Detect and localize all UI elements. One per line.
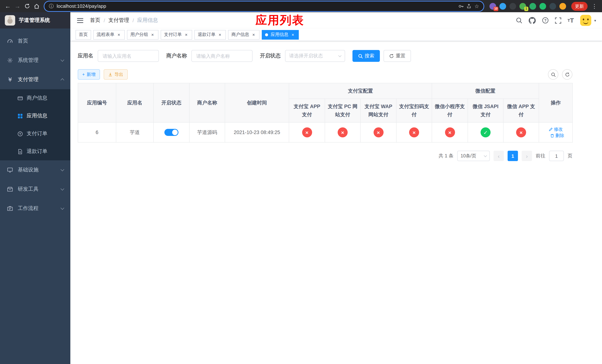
chevron-down-icon [338,54,342,57]
col-header-alipay-wap: 支付宝 WAP 网站支付 [360,99,396,122]
next-page-button[interactable]: › [522,151,532,161]
browser-menu-icon[interactable]: ⋮ [590,3,599,10]
cell-merchant: 芋道源码 [189,122,225,142]
chevron-down-icon [61,187,64,191]
tag-pay-order[interactable]: 支付订单× [161,30,192,39]
extension-icon[interactable] [539,3,546,10]
merchant-name-input[interactable] [191,50,252,62]
github-icon[interactable] [529,17,536,24]
active-tag-dot [265,33,268,36]
merchant-name-label: 商户名称 [166,53,187,59]
page-content: 应用名 商户名称 开启状态 请选择开启状态 搜索 重置 [70,41,602,364]
sidebar-item-payment[interactable]: ￥ 支付管理 [0,70,70,89]
chevron-up-icon [61,78,64,82]
user-menu-caret-icon[interactable]: ▾ [594,18,596,22]
sidebar-item-app-info[interactable]: 应用信息 [0,107,70,125]
reload-icon[interactable] [22,1,32,11]
chevron-down-icon [61,58,64,62]
extension-icon[interactable] [499,3,506,10]
tag-merchant-info[interactable]: 商户信息× [228,30,259,39]
cell-app-id: 6 [78,122,116,142]
extension-icon[interactable] [549,3,556,10]
tag-user-group[interactable]: 用户分组× [127,30,159,39]
reset-button[interactable]: 重置 [384,50,411,62]
page-size-select[interactable]: 10条/页 [457,151,490,161]
fullscreen-icon[interactable] [555,17,561,23]
help-icon[interactable]: ? [542,17,549,24]
app-logo-bar[interactable]: 芋道管理系统 [0,12,70,29]
app-logo [5,15,15,26]
status-select[interactable]: 请选择开启状态 [285,50,345,62]
sidebar-item-refund-order[interactable]: 退款订单 [0,143,70,160]
site-info-icon[interactable]: ⓘ [49,3,54,10]
sidebar-item-system[interactable]: 系统管理 [0,51,70,70]
cell-app-name: 芋道 [116,122,153,142]
delete-button[interactable]: 删除 [550,132,564,139]
bookmark-star-icon[interactable]: ☆ [474,3,479,9]
chevron-down-icon [61,206,64,210]
status-toggle[interactable] [164,129,178,136]
browser-update-button[interactable]: 更新 [571,2,588,11]
close-tag-icon[interactable]: × [150,32,155,37]
sidebar-item-merchant-info[interactable]: 商户信息 [0,89,70,107]
home-icon[interactable] [32,1,42,11]
col-header-app-name: 应用名 [116,83,153,122]
table-row: 6 芋道 芋道源码 2021-10-23 08:49:25 × × × × × [78,122,573,142]
search-icon[interactable] [516,17,522,24]
cell-status [153,122,189,142]
tag-home[interactable]: 首页 [75,30,91,39]
address-bar[interactable]: ⓘ localhost:1024/pay/app ☆ [44,1,484,11]
refresh-button[interactable] [562,69,572,80]
goto-page-input[interactable] [549,151,564,161]
breadcrumb-payment[interactable]: 支付管理 [108,17,129,24]
search-button[interactable]: 搜索 [353,50,380,62]
extension-icon[interactable] [559,3,566,10]
share-icon[interactable] [467,4,472,9]
app-name-input[interactable] [98,50,159,62]
chevron-down-icon [61,168,64,171]
sidebar-item-home[interactable]: 首页 [0,32,70,51]
tag-refund-order[interactable]: 退款订单× [194,30,226,39]
cell-actions: 修改 删除 [539,122,573,142]
add-button[interactable]: + 新增 [78,69,100,80]
filter-form: 应用名 商户名称 开启状态 请选择开启状态 搜索 重置 [78,50,595,62]
sidebar-toggle-icon[interactable] [76,16,84,24]
edit-button[interactable]: 修改 [549,126,563,132]
close-tag-icon[interactable]: × [184,32,189,37]
user-avatar[interactable] [580,15,591,26]
back-icon[interactable]: ← [3,1,13,11]
sidebar-item-workflow[interactable]: 工作流程 [0,199,70,218]
close-tag-icon[interactable]: × [217,32,223,37]
wx-app-status-icon: × [516,127,526,137]
extension-icon[interactable]: 10 [489,3,496,10]
extensions-area: 10 1 [489,3,566,10]
close-tag-icon[interactable]: × [116,32,121,37]
workflow-icon [7,205,13,212]
goto-suffix: 页 [568,152,572,159]
app-name-label: 应用名 [78,53,93,59]
col-header-wx-mini: 微信小程序支付 [432,99,468,122]
toggle-search-button[interactable] [548,69,558,80]
password-key-icon[interactable] [459,3,464,9]
prev-page-button[interactable]: ‹ [494,151,504,161]
extension-icon[interactable] [509,3,516,10]
document-icon [17,149,23,154]
payment-submenu: 商户信息 应用信息 支付订单 [0,89,70,160]
breadcrumb-app-info: 应用信息 [137,17,158,24]
col-header-wx-jsapi: 微信 JSAPI 支付 [468,99,503,122]
tag-process-form[interactable]: 流程表单× [93,30,125,39]
export-button[interactable]: 导出 [104,69,128,80]
extension-icon[interactable]: 1 [519,3,526,10]
forward-icon[interactable]: → [13,1,22,11]
sidebar-item-pay-order[interactable]: 支付订单 [0,125,70,143]
extension-icon[interactable] [529,3,536,10]
tag-app-info[interactable]: 应用信息× [262,30,299,39]
close-tag-icon[interactable]: × [251,32,256,37]
sidebar-item-dev-tools[interactable]: 研发工具 [0,180,70,199]
breadcrumb-home[interactable]: 首页 [90,17,100,24]
sidebar-item-infrastructure[interactable]: 基础设施 [0,160,70,180]
current-page-button[interactable]: 1 [508,151,518,161]
grid-icon [17,113,23,119]
close-tag-icon[interactable]: × [290,32,295,37]
font-size-icon[interactable]: TT [568,17,574,23]
